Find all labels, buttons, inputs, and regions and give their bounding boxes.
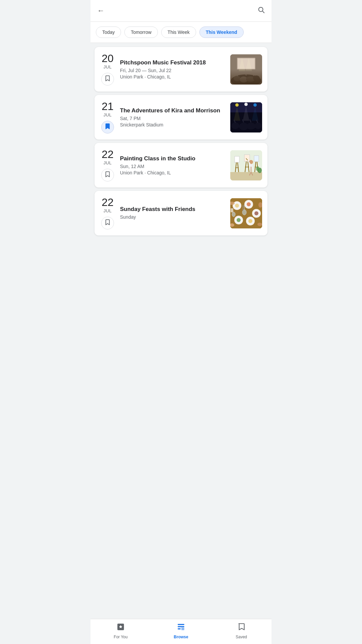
- event-time: Fri, Jul 20 — Sun, Jul 22: [120, 68, 226, 73]
- svg-point-6: [234, 76, 240, 81]
- svg-point-62: [247, 202, 251, 206]
- event-info: Sunday Feasts with FriendsSunday: [120, 206, 226, 221]
- bookmark-button[interactable]: [101, 121, 114, 133]
- event-card[interactable]: 22JULPainting Class in the StudioSun, 12…: [95, 143, 267, 187]
- bookmark-icon: [105, 75, 110, 83]
- svg-point-18: [244, 103, 248, 106]
- event-location: Union Park · Chicago, IL: [120, 74, 226, 79]
- event-info: Pitchspoon Music Festival 2018Fri, Jul 2…: [120, 59, 226, 79]
- bookmark-button[interactable]: [101, 217, 114, 229]
- event-day: 22: [102, 197, 114, 208]
- svg-point-71: [248, 219, 252, 223]
- event-day: 22: [102, 149, 114, 160]
- search-icon: [257, 6, 265, 13]
- event-list: 20JULPitchspoon Music Festival 2018Fri, …: [90, 43, 272, 262]
- svg-point-68: [237, 218, 241, 222]
- bookmark-icon: [105, 171, 110, 179]
- svg-point-26: [246, 123, 256, 129]
- filter-chip-tomorrow[interactable]: Tomorrow: [124, 26, 158, 38]
- svg-point-73: [232, 212, 235, 217]
- svg-point-27: [255, 122, 261, 129]
- back-button[interactable]: ←: [97, 7, 105, 14]
- event-image: [230, 198, 262, 228]
- bookmark-button[interactable]: [101, 169, 114, 181]
- svg-point-24: [231, 122, 239, 129]
- bookmark-button[interactable]: [101, 73, 114, 86]
- event-month: JUL: [104, 112, 112, 117]
- event-day: 21: [102, 101, 114, 112]
- filter-chip-this-week[interactable]: This Week: [161, 26, 196, 38]
- event-title: Sunday Feasts with Friends: [120, 206, 226, 213]
- svg-rect-37: [235, 156, 239, 162]
- event-card[interactable]: 22JULSunday Feasts with FriendsSunday: [95, 191, 267, 235]
- event-title: Pitchspoon Music Festival 2018: [120, 59, 226, 66]
- filter-bar: TodayTomorrowThis WeekThis Weekend: [90, 22, 272, 43]
- event-info: The Adventures of Kira and MorrisonSat, …: [120, 107, 226, 127]
- bookmark-icon: [105, 219, 110, 227]
- svg-point-17: [235, 103, 239, 107]
- header: ←: [90, 0, 272, 22]
- event-location: Snickerpark Stadium: [120, 122, 226, 127]
- event-title: The Adventures of Kira and Morrison: [120, 107, 226, 114]
- svg-point-8: [246, 76, 255, 82]
- event-time: Sunday: [120, 214, 226, 220]
- event-image: [230, 150, 262, 180]
- svg-point-59: [235, 204, 239, 208]
- svg-point-54: [256, 166, 259, 171]
- event-date: 22JUL: [100, 197, 115, 229]
- svg-point-19: [253, 103, 257, 107]
- filter-chip-this-weekend[interactable]: This Weekend: [199, 26, 244, 38]
- event-date: 20JUL: [100, 53, 115, 86]
- event-date: 22JUL: [100, 149, 115, 181]
- event-day: 20: [102, 53, 114, 64]
- svg-line-1: [262, 11, 264, 13]
- svg-line-10: [236, 74, 238, 76]
- svg-line-11: [245, 73, 246, 75]
- event-card[interactable]: 20JULPitchspoon Music Festival 2018Fri, …: [95, 47, 267, 92]
- event-month: JUL: [104, 64, 112, 69]
- search-button[interactable]: [257, 6, 265, 15]
- svg-point-77: [257, 223, 262, 226]
- svg-point-5: [231, 74, 261, 85]
- event-title: Painting Class in the Studio: [120, 155, 226, 162]
- svg-rect-45: [254, 156, 259, 162]
- event-image: [230, 54, 262, 85]
- svg-point-9: [253, 75, 260, 81]
- event-date: 21JUL: [100, 101, 115, 133]
- svg-rect-80: [231, 208, 233, 212]
- bookmark-icon: [105, 123, 110, 131]
- svg-point-65: [254, 211, 258, 215]
- svg-point-7: [240, 76, 248, 83]
- event-month: JUL: [104, 160, 112, 165]
- svg-rect-41: [244, 155, 250, 161]
- event-month: JUL: [104, 208, 112, 213]
- svg-line-12: [252, 73, 254, 76]
- event-info: Painting Class in the StudioSun, 12 AMUn…: [120, 155, 226, 175]
- filter-chip-today[interactable]: Today: [96, 26, 121, 38]
- event-time: Sun, 12 AM: [120, 164, 226, 169]
- svg-rect-33: [230, 172, 262, 180]
- event-location: Union Park · Chicago, IL: [120, 170, 226, 175]
- event-card[interactable]: 21JULThe Adventures of Kira and Morrison…: [95, 95, 267, 140]
- event-time: Sat, 7 PM: [120, 116, 226, 121]
- event-image: [230, 102, 262, 132]
